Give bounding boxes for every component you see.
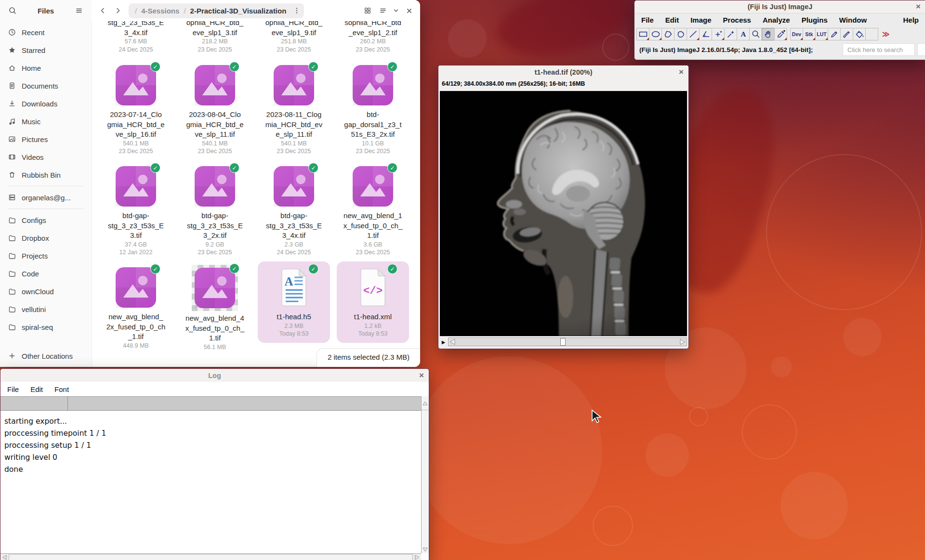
log-text-area[interactable]: starting export...proccessing timepoint … bbox=[0, 411, 421, 481]
tool-lut[interactable]: LUT bbox=[815, 28, 828, 40]
menu-image[interactable]: Image bbox=[690, 16, 711, 24]
menu-plugins[interactable]: Plugins bbox=[802, 16, 828, 24]
sidebar-item-home[interactable]: Home bbox=[4, 59, 88, 77]
search-input-box[interactable] bbox=[917, 43, 925, 56]
file-item[interactable]: ✓btd-gap-stg_3_z3_t53s_E3_2x.tif9.2 GB23… bbox=[175, 159, 254, 260]
clock-icon bbox=[8, 28, 16, 36]
sidebar-item-projects[interactable]: Projects bbox=[4, 247, 88, 264]
menu-help[interactable]: Help bbox=[903, 16, 919, 24]
sidebar-item-owncloud[interactable]: ownCloud bbox=[4, 283, 88, 300]
sidebar-item-starred[interactable]: Starred bbox=[4, 41, 88, 59]
view-list-icon[interactable] bbox=[376, 3, 390, 18]
file-item[interactable]: ✓2023-08-04_Clogmia_HCR_btd_eve_slp_11.t… bbox=[175, 58, 254, 159]
log-vertical-scrollbar[interactable] bbox=[421, 396, 429, 553]
scrollbar-thumb[interactable] bbox=[9, 554, 413, 560]
tool-more-icon[interactable]: ≫ bbox=[879, 28, 892, 40]
file-item[interactable]: ✓new_avg_blend_4x_fused_tp_0_ch_1.tif56.… bbox=[175, 260, 254, 351]
menu-font[interactable]: Font bbox=[54, 385, 69, 393]
sidebar-item-dropbox[interactable]: Dropbox bbox=[4, 229, 88, 247]
file-item[interactable]: ✓new_avg_blend_2x_fused_tp_0_ch_1.tif448… bbox=[96, 260, 175, 351]
tool-pencil[interactable] bbox=[828, 28, 841, 40]
file-item[interactable]: ophila_HCR_btd_eve_slp1_3.tif218.2 MB23 … bbox=[175, 21, 254, 58]
tool-wand[interactable] bbox=[724, 28, 737, 40]
scrollbar-thumb[interactable] bbox=[560, 338, 566, 346]
folder-icon bbox=[8, 216, 16, 224]
sidebar-item-documents[interactable]: Documents bbox=[4, 77, 88, 94]
log-horizontal-scrollbar[interactable] bbox=[0, 553, 421, 560]
file-item[interactable]: ✓btd-gap-stg_3_z3_t53s_E3.tif37.4 GB12 J… bbox=[96, 159, 175, 260]
search-icon[interactable] bbox=[6, 4, 19, 17]
tool-angle[interactable] bbox=[699, 28, 712, 40]
file-item[interactable]: ✓new_avg_blend_1x_fused_tp_0_ch_1.tif3.6… bbox=[333, 159, 412, 260]
sidebar-item-downloads[interactable]: Downloads bbox=[4, 95, 88, 112]
sidebar-item-vellutini[interactable]: vellutini bbox=[4, 300, 88, 318]
play-icon[interactable]: ▶ bbox=[440, 339, 447, 345]
imagej-titlebar[interactable]: (Fiji Is Just) ImageJ × bbox=[634, 0, 925, 13]
menu-process[interactable]: Process bbox=[723, 16, 751, 24]
close-icon[interactable]: × bbox=[916, 0, 921, 13]
sidebar-item-code[interactable]: Code bbox=[4, 265, 88, 282]
tool-stk[interactable]: Stk bbox=[803, 28, 816, 40]
close-icon[interactable]: × bbox=[419, 369, 424, 382]
kebab-menu-icon[interactable] bbox=[291, 5, 303, 17]
forward-button[interactable] bbox=[111, 3, 125, 18]
breadcrumb-parent[interactable]: 4-Sessions bbox=[141, 7, 179, 15]
file-item[interactable]: ✓2023-07-14_Clogmia_HCR_btd_eve_slp_16.t… bbox=[96, 58, 175, 159]
tool-dev[interactable]: Dev bbox=[790, 28, 803, 40]
scroll-down-icon[interactable] bbox=[422, 546, 429, 553]
sidebar-item-other-locations[interactable]: Other Locations bbox=[4, 347, 88, 365]
scroll-right-icon[interactable] bbox=[413, 554, 421, 560]
sidebar-item-spiral-seq[interactable]: spiral-seq bbox=[4, 318, 88, 336]
breadcrumb-current[interactable]: 2-Practical-3D_Visualization bbox=[190, 7, 287, 15]
scroll-left-icon[interactable] bbox=[449, 338, 456, 346]
tool-brush[interactable] bbox=[840, 28, 853, 40]
file-item[interactable]: ✓btd-gap-stg_3_z3_t53s_E3_4x.tif2.3 GB24… bbox=[254, 159, 333, 260]
stack-scrollbar[interactable] bbox=[448, 338, 687, 346]
tool-text[interactable]: A bbox=[737, 28, 750, 40]
tool-dropper[interactable] bbox=[774, 28, 787, 40]
close-icon[interactable]: × bbox=[679, 65, 684, 79]
sidebar-item-videos[interactable]: Videos bbox=[4, 148, 88, 166]
view-options-chevron-icon[interactable] bbox=[391, 3, 401, 18]
scroll-right-icon[interactable] bbox=[679, 338, 687, 346]
menu-file[interactable]: File bbox=[7, 385, 19, 393]
tool-polygon[interactable] bbox=[661, 28, 674, 40]
tool-hand[interactable] bbox=[762, 28, 775, 40]
search-input[interactable]: Click here to search bbox=[843, 43, 915, 56]
sidebar-item-rubbish-bin[interactable]: Rubbish Bin bbox=[4, 166, 88, 183]
sidebar-item-recent[interactable]: Recent bbox=[4, 24, 88, 41]
view-grid-icon[interactable] bbox=[360, 3, 375, 18]
sidebar-item-pictures[interactable]: Pictures bbox=[4, 130, 88, 148]
tool-line[interactable] bbox=[687, 28, 700, 40]
image-window-titlebar[interactable]: t1-head.tif (200%) × bbox=[438, 65, 688, 79]
file-item[interactable]: ✓btd-gap_dorsal1_z3_t51s_E3_2x.tif10.1 G… bbox=[333, 58, 412, 159]
file-item[interactable]: sophila_HCR_btd_eve_slp1_2.tif260.2 MB23… bbox=[333, 21, 412, 58]
file-item[interactable]: ✓2023-08-11_Clogmia_HCR_btd_eve_slp_11.t… bbox=[254, 58, 333, 159]
tool-point[interactable] bbox=[712, 28, 725, 40]
mri-canvas[interactable] bbox=[440, 91, 687, 336]
tool-bucket[interactable] bbox=[853, 28, 866, 40]
menu-edit[interactable]: Edit bbox=[30, 385, 43, 393]
menu-analyze[interactable]: Analyze bbox=[763, 16, 790, 24]
scroll-up-icon[interactable] bbox=[422, 396, 429, 410]
back-button[interactable] bbox=[95, 3, 110, 18]
sidebar-item-music[interactable]: Music bbox=[4, 113, 88, 130]
menu-window[interactable]: Window bbox=[839, 16, 867, 24]
synced-check-badge-icon: ✓ bbox=[387, 264, 397, 274]
file-item[interactable]: A✓t1-head.h52.3 MBToday 8:53 bbox=[258, 261, 330, 343]
menu-file[interactable]: File bbox=[641, 16, 654, 24]
tool-freehand[interactable] bbox=[674, 28, 687, 40]
hamburger-menu-icon[interactable] bbox=[72, 4, 86, 17]
file-item[interactable]: stg_3_23_t53s_E3_4x.tif57.6 MB24 Dec 202… bbox=[96, 21, 175, 58]
tool-zoom[interactable] bbox=[749, 28, 762, 40]
log-titlebar[interactable]: Log × bbox=[0, 369, 429, 382]
sidebar-item-configs[interactable]: Configs bbox=[4, 211, 88, 229]
scroll-left-icon[interactable] bbox=[0, 554, 9, 560]
menu-edit[interactable]: Edit bbox=[665, 16, 679, 24]
window-close-button[interactable] bbox=[402, 3, 416, 18]
tool-rectangle[interactable] bbox=[636, 28, 649, 40]
tool-oval[interactable] bbox=[649, 28, 662, 40]
file-item[interactable]: </>✓t1-head.xml1.2 kBToday 8:53 bbox=[337, 261, 409, 343]
file-item[interactable]: ophila_HCR_btd_eve_slp1_9.tif251.8 MB23 … bbox=[254, 21, 333, 58]
sidebar-item-organelas-g[interactable]: organelas@g... bbox=[4, 189, 88, 206]
